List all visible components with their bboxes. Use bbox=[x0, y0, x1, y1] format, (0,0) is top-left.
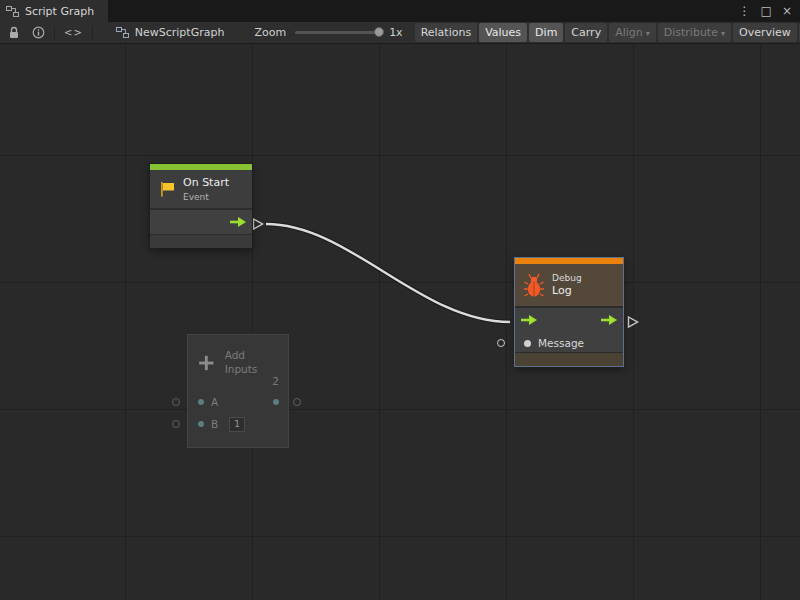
carry-button[interactable]: Carry bbox=[565, 23, 607, 42]
zoom-value: 1x bbox=[389, 26, 403, 39]
sum-output-dot[interactable] bbox=[273, 399, 279, 405]
flow-port-row bbox=[515, 308, 623, 332]
zoom-slider-knob[interactable] bbox=[374, 27, 384, 37]
node-subtitle: Event bbox=[183, 192, 229, 202]
on-start-event-node[interactable]: On Start Event bbox=[150, 164, 252, 248]
port-a-dot[interactable] bbox=[198, 399, 204, 405]
flow-output-port[interactable] bbox=[600, 314, 618, 326]
ghost-input-count: 2 bbox=[272, 375, 279, 387]
ghost-port-b-marker[interactable] bbox=[172, 420, 180, 428]
message-port-label: Message bbox=[538, 337, 584, 349]
port-a-label: A bbox=[211, 396, 218, 408]
distribute-button[interactable]: Distribute▾ bbox=[658, 23, 731, 42]
message-input-port-marker[interactable] bbox=[497, 339, 505, 347]
port-b-label: B bbox=[211, 418, 218, 430]
ghost-port-a-marker[interactable] bbox=[172, 398, 180, 406]
ghost-output-port-marker[interactable] bbox=[293, 398, 301, 406]
tab-script-graph[interactable]: Script Graph bbox=[0, 0, 108, 22]
flow-output-port[interactable] bbox=[229, 216, 247, 228]
tab-title: Script Graph bbox=[25, 5, 94, 18]
ghost-port-row-a: A bbox=[188, 391, 288, 413]
ghost-title-word2: Inputs bbox=[225, 363, 258, 377]
node-category: Debug bbox=[552, 273, 582, 284]
node-body: Message bbox=[515, 306, 623, 352]
info-icon[interactable] bbox=[32, 26, 45, 39]
connection-wire[interactable] bbox=[266, 224, 510, 322]
graph-canvas[interactable]: On Start Event Debug Log bbox=[0, 44, 800, 600]
graph-toolbar: <> NewScriptGraph Zoom 1x Relations Valu… bbox=[0, 22, 800, 44]
chevron-down-icon: ▾ bbox=[721, 29, 725, 38]
node-title: Log bbox=[552, 284, 582, 297]
window-controls: ⋮ □ × bbox=[739, 0, 800, 22]
overview-button[interactable]: Overview bbox=[733, 23, 797, 42]
zoom-slider[interactable] bbox=[295, 31, 381, 34]
align-button[interactable]: Align▾ bbox=[609, 23, 656, 42]
node-footer bbox=[515, 352, 623, 366]
values-button[interactable]: Values bbox=[479, 23, 527, 42]
flow-input-port[interactable] bbox=[520, 314, 538, 326]
graph-asset-icon bbox=[116, 26, 129, 39]
window-menu-icon[interactable]: ⋮ bbox=[739, 5, 751, 17]
node-body bbox=[150, 208, 252, 234]
flow-output-port-marker[interactable] bbox=[252, 217, 264, 231]
node-header: On Start Event bbox=[150, 170, 252, 208]
port-b-value-field[interactable]: 1 bbox=[229, 417, 245, 432]
ghost-title-word1: Add bbox=[225, 349, 258, 363]
node-footer bbox=[150, 234, 252, 248]
ghost-port-row-b: B 1 bbox=[188, 413, 288, 435]
chevron-down-icon: ▾ bbox=[646, 29, 650, 38]
toolbar-separator bbox=[92, 26, 93, 39]
plus-icon bbox=[197, 350, 216, 376]
graph-name-label: NewScriptGraph bbox=[135, 26, 225, 39]
close-icon[interactable]: × bbox=[782, 5, 792, 17]
titlebar: Script Graph ⋮ □ × bbox=[0, 0, 800, 22]
zoom-label: Zoom bbox=[254, 26, 286, 39]
flag-icon bbox=[158, 180, 176, 198]
toolbar-separator bbox=[54, 26, 55, 39]
node-header: Debug Log bbox=[515, 264, 623, 306]
relations-button[interactable]: Relations bbox=[415, 23, 478, 42]
toolbar-buttons: Relations Values Dim Carry Align▾ Distri… bbox=[415, 23, 800, 42]
message-value-port[interactable] bbox=[524, 340, 531, 347]
bug-icon bbox=[523, 272, 545, 298]
wire-layer bbox=[0, 44, 800, 600]
port-b-dot[interactable] bbox=[198, 421, 204, 427]
dim-button[interactable]: Dim bbox=[529, 23, 563, 42]
connection-wire-shadow bbox=[266, 224, 510, 322]
ghost-node-header: Add Inputs 2 bbox=[188, 335, 288, 391]
add-inputs-ghost-node[interactable]: Add Inputs 2 A B 1 bbox=[188, 335, 288, 447]
script-graph-icon bbox=[6, 5, 19, 18]
flow-continuation-port-marker[interactable] bbox=[627, 315, 639, 329]
maximize-icon[interactable]: □ bbox=[761, 5, 772, 17]
message-port-row: Message bbox=[515, 332, 623, 354]
lock-icon[interactable] bbox=[8, 26, 20, 39]
edit-code-icon[interactable]: <> bbox=[64, 27, 83, 38]
debug-log-node[interactable]: Debug Log Message bbox=[515, 258, 623, 366]
node-title: On Start bbox=[183, 176, 229, 189]
